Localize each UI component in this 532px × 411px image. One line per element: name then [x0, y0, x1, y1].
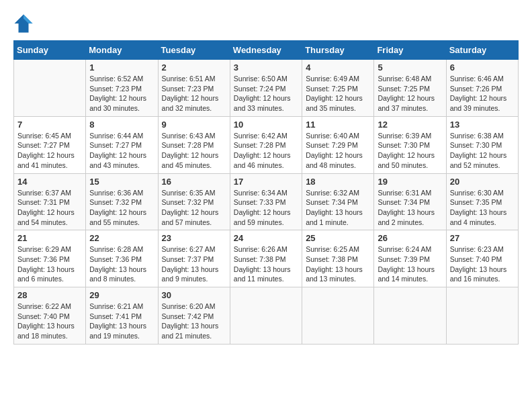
- week-row-4: 21Sunrise: 6:29 AMSunset: 7:36 PMDayligh…: [14, 230, 519, 287]
- day-header-tuesday: Tuesday: [158, 41, 230, 60]
- day-header-wednesday: Wednesday: [230, 41, 302, 60]
- day-info: Sunrise: 6:31 AMSunset: 7:34 PMDaylight:…: [378, 188, 442, 228]
- calendar-cell: [302, 287, 374, 345]
- day-info: Sunrise: 6:32 AMSunset: 7:34 PMDaylight:…: [306, 188, 370, 228]
- calendar-cell: 16Sunrise: 6:35 AMSunset: 7:32 PMDayligh…: [158, 173, 230, 230]
- calendar-cell: 4Sunrise: 6:49 AMSunset: 7:25 PMDaylight…: [302, 60, 374, 117]
- calendar-table: SundayMondayTuesdayWednesdayThursdayFrid…: [13, 40, 519, 345]
- day-info: Sunrise: 6:49 AMSunset: 7:25 PMDaylight:…: [306, 74, 370, 113]
- day-info: Sunrise: 6:36 AMSunset: 7:32 PMDaylight:…: [89, 188, 154, 228]
- day-info: Sunrise: 6:29 AMSunset: 7:36 PMDaylight:…: [17, 244, 82, 284]
- calendar-cell: 28Sunrise: 6:22 AMSunset: 7:40 PMDayligh…: [14, 287, 86, 345]
- day-info: Sunrise: 6:45 AMSunset: 7:27 PMDaylight:…: [17, 131, 82, 171]
- day-info: Sunrise: 6:46 AMSunset: 7:26 PMDaylight:…: [450, 74, 515, 113]
- calendar-cell: 30Sunrise: 6:20 AMSunset: 7:42 PMDayligh…: [158, 287, 230, 345]
- day-number: 10: [234, 120, 298, 130]
- day-info: Sunrise: 6:22 AMSunset: 7:40 PMDaylight:…: [17, 302, 82, 341]
- calendar-cell: 11Sunrise: 6:40 AMSunset: 7:29 PMDayligh…: [302, 116, 374, 173]
- day-info: Sunrise: 6:26 AMSunset: 7:38 PMDaylight:…: [234, 244, 298, 284]
- day-info: Sunrise: 6:43 AMSunset: 7:28 PMDaylight:…: [162, 131, 226, 171]
- calendar-cell: 17Sunrise: 6:34 AMSunset: 7:33 PMDayligh…: [230, 173, 302, 230]
- calendar-cell: 3Sunrise: 6:50 AMSunset: 7:24 PMDaylight…: [230, 60, 302, 117]
- day-info: Sunrise: 6:30 AMSunset: 7:35 PMDaylight:…: [450, 188, 515, 228]
- day-header-monday: Monday: [86, 41, 158, 60]
- day-info: Sunrise: 6:28 AMSunset: 7:36 PMDaylight:…: [89, 244, 154, 284]
- calendar-cell: 10Sunrise: 6:42 AMSunset: 7:28 PMDayligh…: [230, 116, 302, 173]
- day-number: 11: [306, 120, 370, 130]
- day-number: 18: [306, 177, 370, 187]
- day-number: 12: [378, 120, 442, 130]
- day-number: 27: [450, 233, 515, 243]
- day-number: 13: [450, 120, 515, 130]
- day-number: 29: [89, 290, 154, 300]
- day-number: 25: [306, 233, 370, 243]
- calendar-cell: [374, 287, 446, 345]
- day-number: 21: [17, 233, 82, 243]
- day-info: Sunrise: 6:34 AMSunset: 7:33 PMDaylight:…: [234, 188, 298, 228]
- day-number: 22: [89, 233, 154, 243]
- week-row-1: 1Sunrise: 6:52 AMSunset: 7:23 PMDaylight…: [14, 60, 519, 117]
- calendar-cell: 20Sunrise: 6:30 AMSunset: 7:35 PMDayligh…: [446, 173, 518, 230]
- day-info: Sunrise: 6:40 AMSunset: 7:29 PMDaylight:…: [306, 131, 370, 171]
- calendar-header: SundayMondayTuesdayWednesdayThursdayFrid…: [14, 41, 519, 60]
- calendar-cell: 26Sunrise: 6:24 AMSunset: 7:39 PMDayligh…: [374, 230, 446, 287]
- day-header-friday: Friday: [374, 41, 446, 60]
- day-info: Sunrise: 6:48 AMSunset: 7:25 PMDaylight:…: [378, 74, 442, 113]
- calendar-cell: 19Sunrise: 6:31 AMSunset: 7:34 PMDayligh…: [374, 173, 446, 230]
- day-info: Sunrise: 6:44 AMSunset: 7:27 PMDaylight:…: [89, 131, 154, 171]
- calendar-cell: 13Sunrise: 6:38 AMSunset: 7:30 PMDayligh…: [446, 116, 518, 173]
- calendar-cell: 15Sunrise: 6:36 AMSunset: 7:32 PMDayligh…: [86, 173, 158, 230]
- day-number: 20: [450, 177, 515, 187]
- day-number: 6: [450, 62, 515, 73]
- calendar-cell: 6Sunrise: 6:46 AMSunset: 7:26 PMDaylight…: [446, 60, 518, 117]
- day-number: 15: [89, 177, 154, 187]
- day-info: Sunrise: 6:27 AMSunset: 7:37 PMDaylight:…: [162, 244, 226, 284]
- day-number: 17: [234, 177, 298, 187]
- calendar-cell: 2Sunrise: 6:51 AMSunset: 7:23 PMDaylight…: [158, 60, 230, 117]
- calendar-cell: 25Sunrise: 6:25 AMSunset: 7:38 PMDayligh…: [302, 230, 374, 287]
- day-info: Sunrise: 6:39 AMSunset: 7:30 PMDaylight:…: [378, 131, 442, 171]
- calendar-cell: 5Sunrise: 6:48 AMSunset: 7:25 PMDaylight…: [374, 60, 446, 117]
- day-number: 9: [162, 120, 226, 130]
- day-number: 2: [162, 62, 226, 73]
- day-number: 4: [306, 62, 370, 73]
- day-number: 28: [17, 290, 82, 300]
- day-header-thursday: Thursday: [302, 41, 374, 60]
- calendar-body: 1Sunrise: 6:52 AMSunset: 7:23 PMDaylight…: [14, 60, 519, 345]
- day-info: Sunrise: 6:50 AMSunset: 7:24 PMDaylight:…: [234, 74, 298, 113]
- calendar-cell: 14Sunrise: 6:37 AMSunset: 7:31 PMDayligh…: [14, 173, 86, 230]
- day-number: 19: [378, 177, 442, 187]
- day-number: 7: [17, 120, 82, 130]
- day-number: 1: [89, 62, 154, 73]
- day-number: 24: [234, 233, 298, 243]
- logo: [13, 13, 36, 34]
- calendar-cell: 1Sunrise: 6:52 AMSunset: 7:23 PMDaylight…: [86, 60, 158, 117]
- day-info: Sunrise: 6:25 AMSunset: 7:38 PMDaylight:…: [306, 244, 370, 284]
- calendar-cell: 24Sunrise: 6:26 AMSunset: 7:38 PMDayligh…: [230, 230, 302, 287]
- week-row-3: 14Sunrise: 6:37 AMSunset: 7:31 PMDayligh…: [14, 173, 519, 230]
- week-row-5: 28Sunrise: 6:22 AMSunset: 7:40 PMDayligh…: [14, 287, 519, 345]
- calendar-cell: 23Sunrise: 6:27 AMSunset: 7:37 PMDayligh…: [158, 230, 230, 287]
- day-number: 26: [378, 233, 442, 243]
- calendar-cell: [14, 60, 86, 117]
- calendar-cell: 18Sunrise: 6:32 AMSunset: 7:34 PMDayligh…: [302, 173, 374, 230]
- calendar-cell: [230, 287, 302, 345]
- day-info: Sunrise: 6:42 AMSunset: 7:28 PMDaylight:…: [234, 131, 298, 171]
- day-info: Sunrise: 6:52 AMSunset: 7:23 PMDaylight:…: [89, 74, 154, 113]
- day-info: Sunrise: 6:51 AMSunset: 7:23 PMDaylight:…: [162, 74, 226, 113]
- calendar-cell: 22Sunrise: 6:28 AMSunset: 7:36 PMDayligh…: [86, 230, 158, 287]
- day-info: Sunrise: 6:20 AMSunset: 7:42 PMDaylight:…: [162, 302, 226, 341]
- day-info: Sunrise: 6:37 AMSunset: 7:31 PMDaylight:…: [17, 188, 82, 228]
- header-row: SundayMondayTuesdayWednesdayThursdayFrid…: [14, 41, 519, 60]
- calendar-cell: 12Sunrise: 6:39 AMSunset: 7:30 PMDayligh…: [374, 116, 446, 173]
- page-header: [13, 13, 519, 34]
- day-number: 8: [89, 120, 154, 130]
- day-number: 16: [162, 177, 226, 187]
- day-number: 5: [378, 62, 442, 73]
- day-info: Sunrise: 6:24 AMSunset: 7:39 PMDaylight:…: [378, 244, 442, 284]
- day-number: 3: [234, 62, 298, 73]
- day-number: 30: [162, 290, 226, 300]
- calendar-cell: [446, 287, 518, 345]
- calendar-cell: 9Sunrise: 6:43 AMSunset: 7:28 PMDaylight…: [158, 116, 230, 173]
- day-info: Sunrise: 6:38 AMSunset: 7:30 PMDaylight:…: [450, 131, 515, 171]
